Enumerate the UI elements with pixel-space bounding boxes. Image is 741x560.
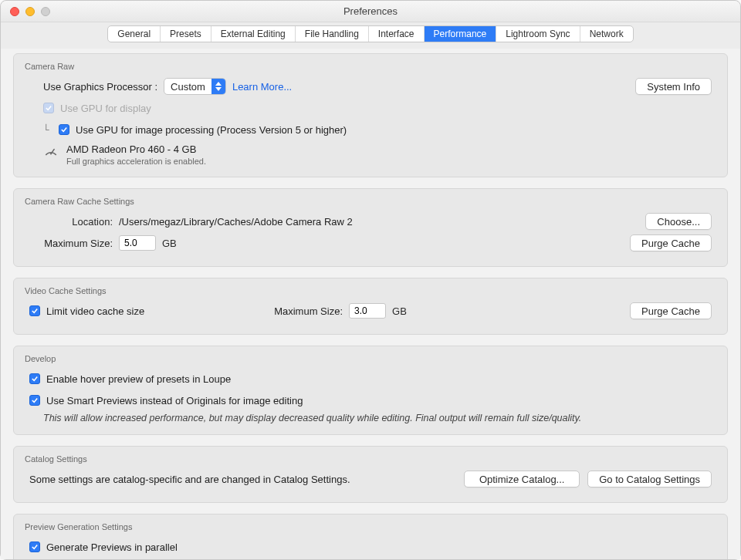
- graphics-processor-value: Custom: [164, 81, 211, 93]
- raw-cache-unit: GB: [162, 238, 177, 249]
- video-cache-group: Video Cache Settings Limit video cache s…: [13, 278, 728, 335]
- cache-location-value: /Users/megaz/Library/Caches/Adobe Camera…: [119, 216, 353, 228]
- tab-presets[interactable]: Presets: [161, 26, 211, 42]
- video-cache-max-input[interactable]: [349, 303, 386, 319]
- hover-preview-checkbox[interactable]: [29, 373, 40, 384]
- video-cache-group-label: Video Cache Settings: [25, 286, 712, 295]
- raw-cache-max-input[interactable]: [119, 235, 156, 251]
- gpu-name: AMD Radeon Pro 460 - 4 GB: [66, 143, 206, 155]
- purge-raw-cache-button[interactable]: Purge Cache: [630, 234, 712, 251]
- gpu-display-label: Use GPU for display: [60, 103, 151, 114]
- purge-video-cache-button[interactable]: Purge Cache: [630, 302, 712, 319]
- tab-performance[interactable]: Performance: [425, 26, 497, 42]
- speedometer-icon: [43, 143, 59, 159]
- tab-lightroom-sync[interactable]: Lightroom Sync: [496, 26, 580, 42]
- develop-group: Develop Enable hover preview of presets …: [13, 346, 728, 435]
- catalog-text: Some settings are catalog-specific and a…: [29, 474, 350, 485]
- limit-video-cache-label: Limit video cache size: [46, 305, 144, 317]
- gpu-status: Full graphics acceleration is enabled.: [66, 157, 206, 166]
- smart-previews-note: This will allow increased performance, b…: [43, 413, 712, 423]
- raw-cache-max-label: Maximum Size:: [29, 238, 113, 249]
- window-title: Preferences: [1, 5, 740, 17]
- catalog-group: Catalog Settings Some settings are catal…: [13, 446, 728, 503]
- tab-file-handling[interactable]: File Handling: [296, 26, 369, 42]
- svg-point-1: [50, 153, 52, 154]
- preview-generation-group: Preview Generation Settings Generate Pre…: [13, 514, 728, 559]
- smart-previews-label: Use Smart Previews instead of Originals …: [46, 395, 303, 407]
- limit-video-cache-checkbox[interactable]: [29, 305, 40, 316]
- select-arrows-icon: [211, 78, 225, 95]
- tab-bar: GeneralPresetsExternal EditingFile Handl…: [1, 22, 740, 49]
- tab-general[interactable]: General: [108, 26, 161, 42]
- system-info-button[interactable]: System Info: [635, 78, 712, 95]
- video-cache-unit: GB: [392, 305, 407, 317]
- gpu-processing-checkbox[interactable]: [59, 124, 69, 135]
- graphics-processor-select[interactable]: Custom: [164, 78, 226, 95]
- camera-raw-group-label: Camera Raw: [25, 62, 712, 71]
- learn-more-link[interactable]: Learn More...: [232, 81, 292, 93]
- raw-cache-group: Camera Raw Cache Settings Location: /Use…: [13, 188, 728, 267]
- choose-cache-button[interactable]: Choose...: [645, 213, 712, 230]
- graphics-processor-label: Use Graphics Processor :: [43, 81, 157, 93]
- catalog-group-label: Catalog Settings: [25, 454, 712, 464]
- gpu-display-checkbox: [43, 103, 54, 113]
- titlebar: Preferences: [1, 1, 740, 22]
- parallel-previews-label: Generate Previews in parallel: [46, 541, 178, 553]
- tab-interface[interactable]: Interface: [369, 26, 425, 42]
- raw-cache-group-label: Camera Raw Cache Settings: [25, 197, 712, 206]
- develop-group-label: Develop: [25, 354, 712, 363]
- goto-catalog-settings-button[interactable]: Go to Catalog Settings: [587, 471, 712, 487]
- tab-network[interactable]: Network: [580, 26, 633, 42]
- cache-location-label: Location:: [43, 216, 113, 228]
- parallel-previews-checkbox[interactable]: [29, 541, 40, 552]
- video-cache-max-label: Maximum Size:: [274, 305, 343, 317]
- hover-preview-label: Enable hover preview of presets in Loupe: [46, 373, 231, 385]
- tab-external-editing[interactable]: External Editing: [211, 26, 296, 42]
- tree-branch-icon: └: [43, 124, 52, 136]
- preview-generation-group-label: Preview Generation Settings: [25, 522, 712, 531]
- smart-previews-checkbox[interactable]: [29, 395, 40, 406]
- content-area: Camera Raw Use Graphics Processor : Cust…: [1, 49, 740, 559]
- gpu-processing-label: Use GPU for image processing (Process Ve…: [76, 124, 347, 136]
- optimize-catalog-button[interactable]: Optimize Catalog...: [464, 471, 580, 487]
- camera-raw-group: Camera Raw Use Graphics Processor : Cust…: [13, 53, 728, 177]
- preferences-window: Preferences GeneralPresetsExternal Editi…: [0, 0, 741, 560]
